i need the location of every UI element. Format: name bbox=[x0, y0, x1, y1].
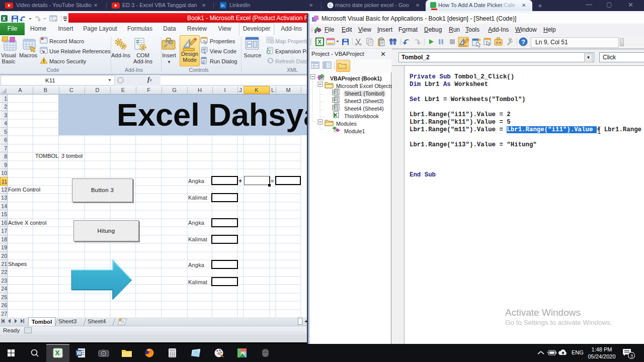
svg-text:?: ? bbox=[522, 39, 525, 46]
svg-text:X: X bbox=[55, 349, 60, 357]
svg-text:3: 3 bbox=[630, 353, 633, 358]
svg-text:G: G bbox=[329, 3, 332, 8]
svg-text:W: W bbox=[76, 350, 82, 356]
svg-text:in: in bbox=[221, 3, 224, 8]
svg-text:X: X bbox=[3, 16, 6, 22]
svg-text:X: X bbox=[318, 39, 322, 45]
